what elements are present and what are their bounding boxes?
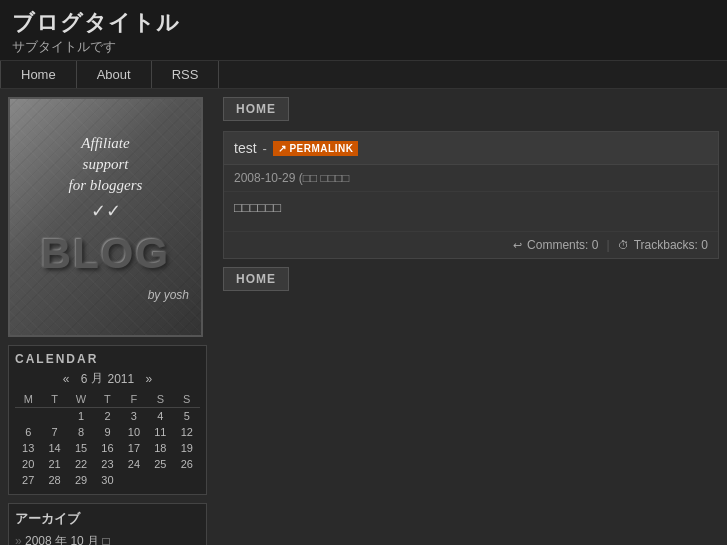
cal-cell: 6 xyxy=(15,424,41,440)
cal-cell xyxy=(15,408,41,425)
post-content: □□□□□□ xyxy=(234,200,281,215)
nav-about[interactable]: About xyxy=(77,61,152,88)
cal-cell: 28 xyxy=(41,472,67,488)
cal-cell: 14 xyxy=(41,440,67,456)
cal-header-t: T xyxy=(41,391,67,408)
cal-cell: 27 xyxy=(15,472,41,488)
cal-cell: 7 xyxy=(41,424,67,440)
post-body: □□□□□□ xyxy=(224,192,718,232)
cal-header-s2: S xyxy=(174,391,200,408)
calendar-title: CALENDAR xyxy=(15,352,200,366)
cal-cell: 2 xyxy=(94,408,120,425)
site-title: ブログタイトル xyxy=(12,8,715,38)
calendar-next[interactable]: » xyxy=(146,372,153,386)
permalink-badge[interactable]: ↗ PERMALINK xyxy=(273,141,358,156)
cal-cell: 12 xyxy=(174,424,200,440)
archive-widget: アーカイブ 2008 年 10 月 □ xyxy=(8,503,207,545)
post-title: test xyxy=(234,140,257,156)
post-dash: - xyxy=(263,141,267,156)
trackbacks-count: 0 xyxy=(701,238,708,252)
calendar-month: 6 xyxy=(81,372,88,386)
content-area: HOME test - ↗ PERMALINK 2008-10-29 (□□ □… xyxy=(215,89,727,545)
table-row: 13 14 15 16 17 18 19 xyxy=(15,440,200,456)
calendar-year: 2011 xyxy=(107,372,134,386)
cal-cell: 15 xyxy=(68,440,94,456)
post-author: □□□□ xyxy=(321,171,350,185)
cal-cell: 16 xyxy=(94,440,120,456)
cal-cell xyxy=(147,472,173,488)
cal-cell xyxy=(41,408,67,425)
cal-cell: 3 xyxy=(121,408,147,425)
cal-cell: 11 xyxy=(147,424,173,440)
comments-label: Comments: xyxy=(527,238,588,252)
blog-image: Affiliatesupportfor bloggers ✓✓ BLOG by … xyxy=(8,97,203,337)
cal-cell: 5 xyxy=(174,408,200,425)
list-item[interactable]: 2008 年 10 月 □ xyxy=(15,532,200,545)
calendar-table: M T W T F S S 1 2 3 xyxy=(15,391,200,488)
cal-header-s: S xyxy=(147,391,173,408)
cal-cell xyxy=(121,472,147,488)
cal-cell: 23 xyxy=(94,456,120,472)
blog-image-author: by yosh xyxy=(148,288,189,302)
cal-cell: 29 xyxy=(68,472,94,488)
post-meta: 2008-10-29 (□□ □□□□ xyxy=(224,165,718,192)
cal-cell: 26 xyxy=(174,456,200,472)
post-meta-by: (□□ xyxy=(299,171,321,185)
post-header: test - ↗ PERMALINK xyxy=(224,132,718,165)
calendar-widget: CALENDAR « 6 月 2011 » M T W T F xyxy=(8,345,207,495)
cal-cell: 1 xyxy=(68,408,94,425)
sidebar: Affiliatesupportfor bloggers ✓✓ BLOG by … xyxy=(0,89,215,545)
main-layout: Affiliatesupportfor bloggers ✓✓ BLOG by … xyxy=(0,89,727,545)
site-header: ブログタイトル サブタイトルです xyxy=(0,0,727,60)
archive-title: アーカイブ xyxy=(15,510,200,528)
cal-cell: 24 xyxy=(121,456,147,472)
cal-cell: 10 xyxy=(121,424,147,440)
table-row: 6 7 8 9 10 11 12 xyxy=(15,424,200,440)
permalink-icon: ↗ xyxy=(278,143,287,154)
cal-header-m: M xyxy=(15,391,41,408)
table-row: 27 28 29 30 xyxy=(15,472,200,488)
trackbacks-label: Trackbacks: xyxy=(634,238,698,252)
trackbacks-icon: ⏱ xyxy=(618,239,629,251)
cal-cell xyxy=(174,472,200,488)
comments-count: 0 xyxy=(592,238,599,252)
cal-cell: 21 xyxy=(41,456,67,472)
nav-rss[interactable]: RSS xyxy=(152,61,220,88)
blog-image-big: BLOG xyxy=(41,230,170,278)
archive-list: 2008 年 10 月 □ xyxy=(15,532,200,545)
table-row: 20 21 22 23 24 25 26 xyxy=(15,456,200,472)
table-row: 1 2 3 4 5 xyxy=(15,408,200,425)
blog-image-tagline: Affiliatesupportfor bloggers xyxy=(69,133,143,196)
blog-image-arrows: ✓✓ xyxy=(91,200,121,222)
post-date: 2008-10-29 xyxy=(234,171,295,185)
cal-cell: 19 xyxy=(174,440,200,456)
comments-icon: ↩ xyxy=(513,239,522,251)
permalink-label: PERMALINK xyxy=(289,143,353,154)
calendar-nav: « 6 月 2011 » xyxy=(15,370,200,387)
home-button-top[interactable]: HOME xyxy=(223,97,289,121)
nav-bar: Home About RSS xyxy=(0,60,727,89)
comments-link[interactable]: ↩ Comments: 0 xyxy=(513,238,599,252)
cal-cell: 13 xyxy=(15,440,41,456)
cal-cell: 4 xyxy=(147,408,173,425)
calendar-sep: 月 xyxy=(91,370,103,387)
cal-header-f: F xyxy=(121,391,147,408)
post-box: test - ↗ PERMALINK 2008-10-29 (□□ □□□□ □… xyxy=(223,131,719,259)
home-button-bottom[interactable]: HOME xyxy=(223,267,289,291)
cal-cell: 18 xyxy=(147,440,173,456)
cal-header-w: W xyxy=(68,391,94,408)
cal-cell: 8 xyxy=(68,424,94,440)
post-footer: ↩ Comments: 0 | ⏱ Trackbacks: 0 xyxy=(224,232,718,258)
footer-sep: | xyxy=(606,238,609,252)
cal-cell: 30 xyxy=(94,472,120,488)
cal-cell: 20 xyxy=(15,456,41,472)
site-subtitle: サブタイトルです xyxy=(12,38,715,56)
cal-cell: 9 xyxy=(94,424,120,440)
cal-header-t2: T xyxy=(94,391,120,408)
nav-home[interactable]: Home xyxy=(0,61,77,88)
trackbacks-link[interactable]: ⏱ Trackbacks: 0 xyxy=(618,238,708,252)
cal-cell: 25 xyxy=(147,456,173,472)
cal-cell: 17 xyxy=(121,440,147,456)
calendar-prev[interactable]: « xyxy=(63,372,70,386)
cal-cell: 22 xyxy=(68,456,94,472)
